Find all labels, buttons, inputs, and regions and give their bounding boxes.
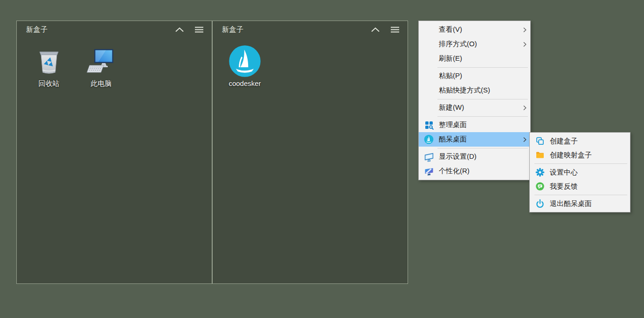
menu-item-organize-desktop[interactable]: 整理桌面 (419, 118, 530, 132)
recycle-bin-icon (32, 44, 66, 78)
menu-separator (437, 67, 528, 68)
box-1-menu-button[interactable] (194, 24, 204, 35)
box-1-collapse-button[interactable] (174, 24, 185, 35)
chevron-up-icon (175, 27, 184, 32)
display-settings-icon (419, 152, 439, 162)
menu-item-display-settings[interactable]: 显示设置(D) (419, 149, 530, 164)
box-2-collapse-button[interactable] (370, 24, 381, 35)
personalize-icon (419, 166, 439, 177)
desktop-icon-recycle-bin[interactable]: 回收站 (23, 44, 75, 99)
menu-separator (534, 163, 627, 164)
menu-item-view[interactable]: 查看(V) (419, 22, 530, 37)
submenu-arrow-icon (520, 42, 527, 47)
menu-item-new[interactable]: 新建(W) (419, 100, 530, 115)
desktop-icon-coodesker[interactable]: coodesker (219, 44, 271, 99)
desktop-context-menu: 查看(V) 排序方式(O) 刷新(E) 粘贴(P) 粘贴快捷方式(S) 新建(W… (418, 21, 531, 180)
menu-item-paste[interactable]: 粘贴(P) (419, 69, 530, 83)
this-pc-icon (84, 44, 118, 78)
chevron-up-icon (371, 27, 380, 32)
box-1-title: 新盒子 (26, 25, 165, 34)
submenu-item-create-mapped-box[interactable]: 创建映射盒子 (530, 148, 630, 162)
desktop-box-1: 新盒子 (16, 21, 212, 284)
menu-item-paste-shortcut[interactable]: 粘贴快捷方式(S) (419, 83, 530, 98)
coodesker-logo-icon (228, 44, 262, 78)
submenu-arrow-icon (520, 27, 527, 33)
menu-item-personalize[interactable]: 个性化(R) (419, 164, 530, 178)
menu-item-refresh[interactable]: 刷新(E) (419, 51, 530, 66)
submenu-arrow-icon (520, 137, 527, 142)
coodesker-submenu: 创建盒子 创建映射盒子 (529, 132, 630, 212)
desktop-box-2: 新盒子 coodesker (212, 21, 408, 284)
box-2-titlebar[interactable]: 新盒子 (213, 21, 408, 38)
submenu-item-settings-center[interactable]: 设置中心 (530, 165, 630, 179)
coodesker-menu-icon (419, 134, 439, 144)
menu-item-coodesker[interactable]: 酷呆桌面 (419, 132, 530, 147)
menu-item-sort-by[interactable]: 排序方式(O) (419, 37, 530, 51)
power-icon (530, 199, 550, 208)
menu-separator (437, 148, 528, 148)
menu-separator (534, 195, 627, 195)
box-1-titlebar[interactable]: 新盒子 (17, 21, 212, 38)
menu-separator (437, 116, 528, 117)
hamburger-icon (390, 27, 400, 33)
submenu-item-exit-coodesker[interactable]: 退出酷呆桌面 (530, 197, 630, 211)
hamburger-icon (194, 27, 204, 33)
box-2-title: 新盒子 (222, 25, 361, 34)
box-2-menu-button[interactable] (390, 24, 400, 35)
desktop: { "colors": { "desktop-bg": "#556051", "… (0, 0, 644, 318)
settings-gear-icon (530, 168, 550, 177)
organize-desktop-icon (419, 120, 439, 130)
create-mapped-box-folder-icon (530, 150, 550, 160)
desktop-icon-this-pc[interactable]: 此电脑 (75, 44, 127, 99)
coodesker-label: coodesker (229, 79, 261, 87)
this-pc-label: 此电脑 (91, 79, 112, 88)
feedback-icon (530, 182, 550, 191)
create-box-icon (530, 136, 550, 146)
box-2-content: coodesker (213, 38, 408, 99)
submenu-arrow-icon (520, 105, 527, 111)
box-1-content: 回收站 (17, 38, 212, 99)
submenu-item-create-box[interactable]: 创建盒子 (530, 134, 630, 148)
recycle-bin-label: 回收站 (39, 79, 60, 88)
menu-separator (437, 99, 528, 99)
submenu-item-feedback[interactable]: 我要反馈 (530, 179, 630, 193)
